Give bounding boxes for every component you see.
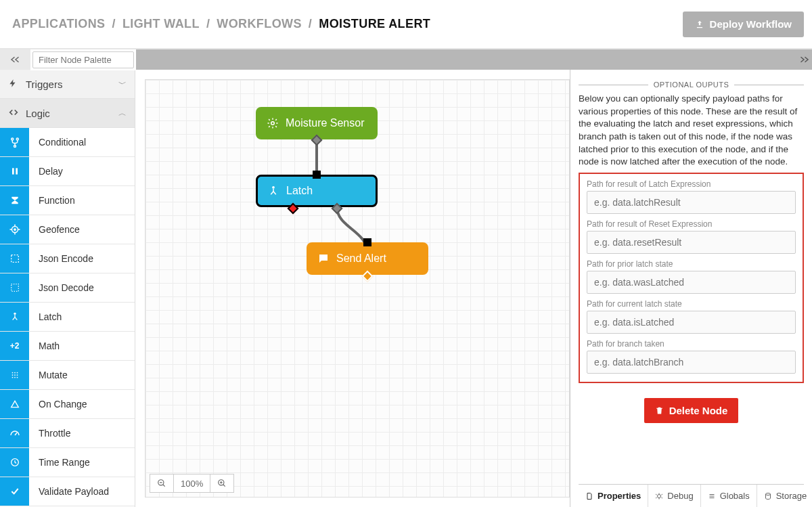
- svg-point-13: [12, 377, 13, 378]
- palette-node-label: Math: [29, 332, 135, 360]
- zoom-level[interactable]: 100%: [174, 475, 210, 492]
- palette-section-logic[interactable]: Logic ︿: [0, 99, 135, 128]
- palette-node-latch[interactable]: Latch: [0, 303, 135, 332]
- palette-section-label: Logic: [26, 108, 50, 119]
- palette-node-label: Function: [29, 186, 135, 215]
- palette-node-json-decode[interactable]: Json Decode: [0, 273, 135, 303]
- chat-icon: [317, 252, 330, 265]
- deploy-workflow-label: Deploy Workflow: [710, 18, 792, 30]
- palette-node-geofence[interactable]: Geofence: [0, 215, 135, 244]
- field-label: Path for result of Reset Expression: [587, 219, 796, 229]
- palette-node-conditional[interactable]: Conditional: [0, 128, 135, 157]
- tab-globals[interactable]: Globals: [700, 485, 757, 507]
- filter-node-palette-input[interactable]: [32, 51, 134, 68]
- crumb-section[interactable]: WORKFLOWS: [217, 17, 302, 31]
- crumb-project[interactable]: LIGHT WALL: [122, 17, 200, 31]
- palette-node-label: Latch: [29, 303, 135, 331]
- field-label: Path for result of Latch Expression: [587, 179, 796, 189]
- code-icon: [8, 108, 20, 119]
- trash-icon: [655, 406, 664, 415]
- field-label: Path for branch taken: [587, 339, 796, 349]
- crumb-sep: /: [206, 17, 210, 31]
- tab-properties[interactable]: Properties: [579, 485, 648, 507]
- palette-node-validate-payload[interactable]: Validate Payload: [0, 477, 135, 506]
- header: APPLICATIONS / LIGHT WALL / WORKFLOWS / …: [0, 0, 812, 49]
- bug-icon: [655, 492, 663, 500]
- reset-expression-path-input[interactable]: [587, 231, 796, 254]
- field-label: Path for current latch state: [587, 299, 796, 309]
- grid-icon: [0, 361, 29, 389]
- palette-node-time-range[interactable]: Time Range: [0, 448, 135, 477]
- canvas-node-latch[interactable]: Latch: [256, 175, 378, 207]
- optional-outputs-fields: Path for result of Latch Expression Path…: [579, 173, 804, 383]
- palette-node-on-change[interactable]: On Change: [0, 390, 135, 419]
- node-input-port[interactable]: [363, 238, 371, 246]
- deploy-workflow-button[interactable]: Deploy Workflow: [683, 12, 804, 37]
- list-icon: [708, 492, 716, 500]
- branch-taken-path-input[interactable]: [587, 351, 796, 374]
- canvas-node-label: Latch: [286, 185, 313, 197]
- zoom-in-button[interactable]: [210, 475, 233, 492]
- latch-icon: [267, 185, 279, 197]
- delete-node-button[interactable]: Delete Node: [644, 398, 739, 423]
- svg-point-22: [658, 494, 661, 498]
- tab-label: Properties: [597, 491, 641, 501]
- palette-node-throttle[interactable]: Throttle: [0, 419, 135, 448]
- palette-node-label: Geofence: [29, 215, 135, 244]
- tab-label: Debug: [667, 491, 693, 501]
- clock-icon: [0, 448, 29, 477]
- palette-section-label: Triggers: [26, 79, 62, 90]
- collapse-inspector-button[interactable]: [796, 49, 812, 70]
- node-input-port[interactable]: [313, 171, 321, 179]
- inspector-panel: OPTIONAL OUPUTS Below you can optionally…: [570, 70, 812, 507]
- canvas-node-label: Send Alert: [336, 252, 386, 265]
- palette-node-json-encode[interactable]: Json Encode: [0, 244, 135, 273]
- filter-wrap: [30, 49, 136, 70]
- palette-node-label: Conditional: [29, 128, 135, 156]
- toolbar: [0, 49, 812, 70]
- encode-icon: [0, 244, 29, 273]
- latch-icon: [0, 303, 29, 331]
- palette-node-label: On Change: [29, 390, 135, 418]
- latch-expression-path-input[interactable]: [587, 191, 796, 214]
- svg-point-6: [14, 313, 16, 315]
- inspector-tabs: Properties Debug Globals Storage: [579, 484, 804, 507]
- prior-latch-state-path-input[interactable]: [587, 271, 796, 294]
- svg-point-19: [272, 186, 275, 189]
- collapse-palette-button[interactable]: [0, 49, 30, 70]
- sigma-icon: [0, 186, 29, 215]
- palette-section-triggers[interactable]: Triggers ﹀: [0, 70, 135, 99]
- lightning-icon: [8, 79, 20, 90]
- tab-storage[interactable]: Storage: [757, 485, 812, 507]
- gauge-icon: [0, 419, 29, 447]
- crumb-applications[interactable]: APPLICATIONS: [12, 17, 105, 31]
- chevron-up-icon: ︿: [118, 108, 127, 119]
- upload-icon: [695, 20, 704, 29]
- palette-node-math[interactable]: +2 Math: [0, 332, 135, 361]
- palette-node-function[interactable]: Function: [0, 186, 135, 215]
- palette-node-label: Validate Payload: [29, 477, 135, 506]
- palette-node-label: Time Range: [29, 448, 135, 477]
- palette-node-label: Json Decode: [29, 273, 135, 302]
- svg-point-3: [14, 229, 15, 230]
- canvas-node-label: Moisture Sensor: [286, 117, 365, 129]
- tab-label: Storage: [776, 491, 807, 501]
- workflow-canvas[interactable]: Moisture Sensor Latch Send Alert: [145, 79, 570, 498]
- optional-outputs-title: OPTIONAL OUPUTS: [648, 81, 735, 89]
- svg-point-14: [14, 377, 16, 378]
- gear-icon: [267, 117, 279, 129]
- palette-node-list: Conditional Delay Function Geofence Json…: [0, 128, 135, 507]
- zoom-out-button[interactable]: [150, 475, 174, 492]
- current-latch-state-path-input[interactable]: [587, 311, 796, 334]
- svg-point-9: [16, 372, 18, 374]
- palette-node-label: Throttle: [29, 419, 135, 447]
- delta-icon: [0, 390, 29, 418]
- palette-node-mutate[interactable]: Mutate: [0, 361, 135, 390]
- svg-point-23: [765, 493, 770, 495]
- svg-rect-0: [12, 168, 14, 174]
- target-icon: [0, 215, 29, 244]
- tab-debug[interactable]: Debug: [648, 485, 700, 507]
- palette-node-delay[interactable]: Delay: [0, 157, 135, 186]
- svg-point-8: [14, 372, 16, 374]
- delete-node-label: Delete Node: [669, 405, 728, 416]
